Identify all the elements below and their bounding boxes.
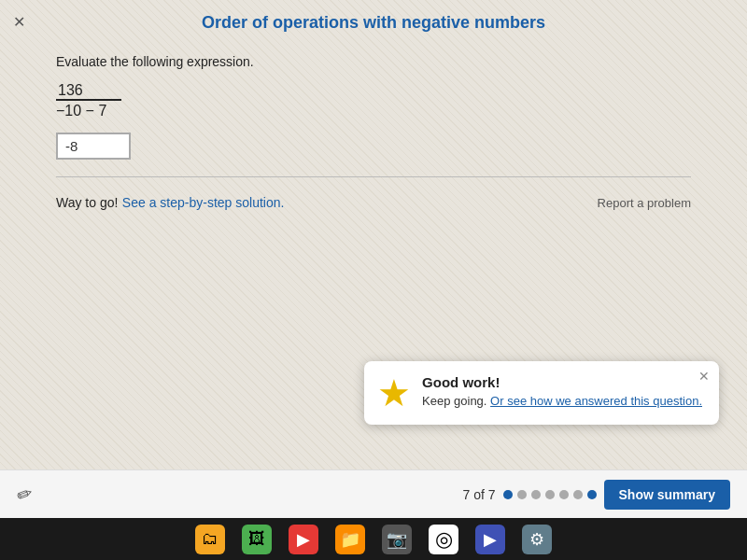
star-icon: ★ <box>377 374 411 412</box>
dot-5 <box>559 490 569 499</box>
instruction-text: Evaluate the following expression. <box>56 54 691 69</box>
step-by-step-link[interactable]: See a step-by-step solution. <box>122 195 285 210</box>
pencil-icon[interactable]: ✏ <box>13 481 35 507</box>
taskbar: 🗂 🖼 ▶ 📁 📷 ◎ ▶ ⚙ <box>0 518 747 560</box>
page-title: Order of operations with negative number… <box>202 13 545 32</box>
taskbar-photos-icon[interactable]: 🖼 <box>242 525 272 554</box>
dot-1 <box>503 490 513 499</box>
feedback-text-area: Way to go! See a step-by-step solution. <box>56 194 284 211</box>
dot-7 <box>587 490 597 499</box>
taskbar-camera-icon[interactable]: 📷 <box>382 525 412 554</box>
toast-close-button[interactable]: ✕ <box>698 369 710 384</box>
feedback-row: Way to go! See a step-by-step solution. … <box>56 194 691 211</box>
dot-3 <box>531 490 541 499</box>
main-screen: ✕ Order of operations with negative numb… <box>0 0 747 518</box>
toast-title: Good work! <box>422 374 702 390</box>
numerator: 136 <box>56 82 691 99</box>
page-header: Order of operations with negative number… <box>0 13 747 33</box>
progress-label: 7 of 7 <box>462 487 495 502</box>
toast-content: Good work! Keep going. Or see how we ans… <box>422 374 702 408</box>
dot-2 <box>517 490 527 499</box>
taskbar-playstore-icon[interactable]: ▶ <box>475 525 505 554</box>
report-problem-link[interactable]: Report a problem <box>598 196 691 210</box>
dot-4 <box>545 490 555 499</box>
divider <box>56 176 691 177</box>
dot-6 <box>573 490 583 499</box>
toast-notification: ★ Good work! Keep going. Or see how we a… <box>364 361 719 425</box>
content-area: Evaluate the following expression. 136 −… <box>56 54 691 211</box>
toast-body: Keep going. Or see how we answered this … <box>422 394 702 408</box>
denominator: −10 − 7 <box>56 99 121 119</box>
toast-answer-link[interactable]: Or see how we answered this question. <box>490 394 702 408</box>
expression-display: 136 −10 − 7 <box>56 82 691 119</box>
taskbar-settings-icon[interactable]: ⚙ <box>522 525 552 554</box>
bottom-bar: ✏ 7 of 7 Show summary <box>0 469 747 518</box>
taskbar-youtube-icon[interactable]: ▶ <box>289 525 318 554</box>
answer-input[interactable] <box>56 133 131 160</box>
taskbar-chrome-icon[interactable]: ◎ <box>429 525 458 554</box>
feedback-static: Way to go! <box>56 195 118 210</box>
taskbar-folder-icon[interactable]: 📁 <box>335 525 365 554</box>
progress-dots <box>503 490 597 499</box>
progress-area: 7 of 7 Show summary <box>462 480 730 510</box>
taskbar-files-icon[interactable]: 🗂 <box>195 525 225 554</box>
show-summary-button[interactable]: Show summary <box>604 480 730 510</box>
